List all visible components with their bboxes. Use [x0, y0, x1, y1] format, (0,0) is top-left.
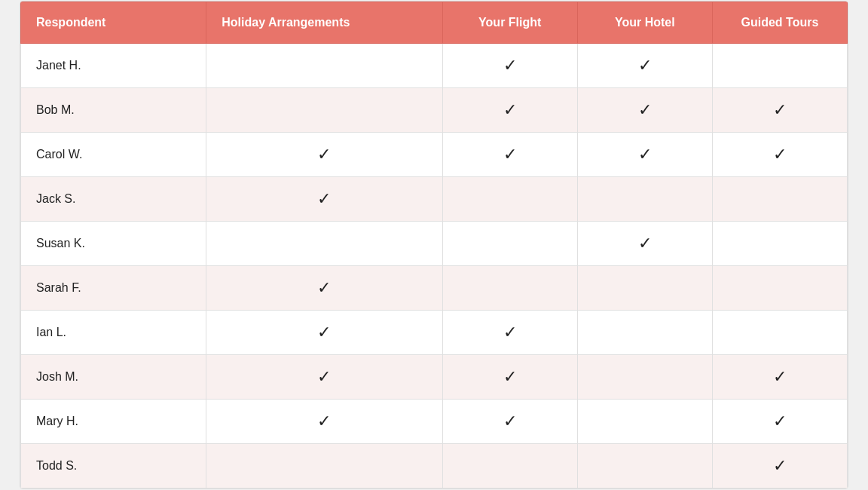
- cell-hotel: [577, 355, 712, 400]
- cell-name: Todd S.: [21, 444, 206, 488]
- cell-tours: ✓: [712, 355, 847, 400]
- cell-hotel: ✓: [577, 88, 712, 133]
- cell-hotel: ✓: [577, 222, 712, 266]
- cell-name: Ian L.: [21, 311, 206, 355]
- cell-name: Carol W.: [21, 133, 206, 177]
- cell-name: Susan K.: [21, 222, 206, 266]
- cell-flight: ✓: [442, 400, 577, 444]
- cell-hotel: [577, 266, 712, 311]
- cell-tours: [712, 222, 847, 266]
- survey-table-wrapper: Respondent Holiday Arrangements Your Fli…: [20, 1, 848, 489]
- table-row: Ian L.✓✓: [21, 311, 848, 355]
- cell-flight: [442, 444, 577, 488]
- cell-tours: ✓: [712, 133, 847, 177]
- cell-tours: ✓: [712, 88, 847, 133]
- table-body: Janet H.✓✓Bob M.✓✓✓Carol W.✓✓✓✓Jack S.✓S…: [21, 44, 848, 488]
- cell-tours: [712, 44, 847, 88]
- cell-name: Sarah F.: [21, 266, 206, 311]
- header-hotel: Your Hotel: [577, 2, 712, 44]
- cell-flight: ✓: [442, 133, 577, 177]
- cell-name: Bob M.: [21, 88, 206, 133]
- table-row: Susan K.✓: [21, 222, 848, 266]
- cell-hotel: [577, 400, 712, 444]
- table-row: Bob M.✓✓✓: [21, 88, 848, 133]
- cell-flight: ✓: [442, 88, 577, 133]
- table-row: Janet H.✓✓: [21, 44, 848, 88]
- table-row: Josh M.✓✓✓: [21, 355, 848, 400]
- cell-hotel: ✓: [577, 133, 712, 177]
- cell-flight: ✓: [442, 355, 577, 400]
- table-row: Sarah F.✓: [21, 266, 848, 311]
- cell-holiday: [206, 444, 442, 488]
- cell-holiday: ✓: [206, 266, 442, 311]
- survey-table: Respondent Holiday Arrangements Your Fli…: [20, 2, 848, 488]
- cell-holiday: [206, 222, 442, 266]
- cell-holiday: ✓: [206, 400, 442, 444]
- cell-holiday: ✓: [206, 311, 442, 355]
- table-row: Todd S.✓: [21, 444, 848, 488]
- cell-hotel: ✓: [577, 44, 712, 88]
- cell-name: Janet H.: [21, 44, 206, 88]
- cell-tours: ✓: [712, 400, 847, 444]
- table-row: Carol W.✓✓✓✓: [21, 133, 848, 177]
- cell-flight: ✓: [442, 44, 577, 88]
- header-holiday: Holiday Arrangements: [206, 2, 442, 44]
- cell-tours: [712, 177, 847, 222]
- cell-holiday: ✓: [206, 133, 442, 177]
- cell-flight: [442, 177, 577, 222]
- cell-holiday: [206, 44, 442, 88]
- cell-tours: ✓: [712, 444, 847, 488]
- cell-tours: [712, 266, 847, 311]
- cell-flight: [442, 266, 577, 311]
- table-row: Mary H.✓✓✓: [21, 400, 848, 444]
- cell-hotel: [577, 177, 712, 222]
- cell-hotel: [577, 444, 712, 488]
- cell-tours: [712, 311, 847, 355]
- cell-flight: [442, 222, 577, 266]
- header-tours: Guided Tours: [712, 2, 847, 44]
- cell-flight: ✓: [442, 311, 577, 355]
- cell-holiday: ✓: [206, 355, 442, 400]
- cell-name: Mary H.: [21, 400, 206, 444]
- cell-name: Josh M.: [21, 355, 206, 400]
- table-row: Jack S.✓: [21, 177, 848, 222]
- header-flight: Your Flight: [442, 2, 577, 44]
- header-respondent: Respondent: [21, 2, 206, 44]
- table-header-row: Respondent Holiday Arrangements Your Fli…: [21, 2, 848, 44]
- cell-holiday: [206, 88, 442, 133]
- cell-holiday: ✓: [206, 177, 442, 222]
- cell-name: Jack S.: [21, 177, 206, 222]
- cell-hotel: [577, 311, 712, 355]
